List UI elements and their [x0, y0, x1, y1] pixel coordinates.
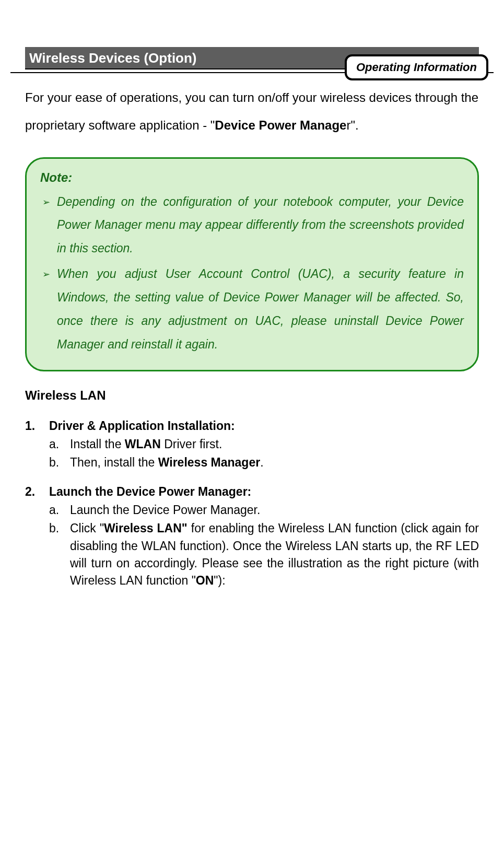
step-1: Driver & Application Installation: Insta… — [25, 417, 479, 472]
t: Wireless Manager — [158, 456, 260, 469]
t: . — [260, 456, 263, 469]
t: Click " — [70, 521, 104, 535]
substep: Install the WLAN Driver first. — [49, 436, 479, 453]
t: Launch the Device Power Manager. — [70, 503, 260, 517]
t: WLAN — [125, 437, 161, 451]
intro-bold: Device Power Manage — [215, 118, 346, 132]
step-1-substeps: Install the WLAN Driver first. Then, ins… — [25, 436, 479, 472]
subheading-wireless-lan: Wireless LAN — [25, 388, 479, 403]
triangle-bullet-icon: ➢ — [42, 190, 57, 261]
triangle-bullet-icon: ➢ — [42, 262, 57, 356]
step-title: Launch the Device Power Manager: — [49, 483, 251, 500]
step-2-substeps: Launch the Device Power Manager. Click "… — [25, 502, 479, 590]
substep: Then, install the Wireless Manager. — [49, 454, 479, 471]
page: Operating Information Wireless Devices (… — [0, 47, 504, 851]
illustration-placeholder — [25, 601, 479, 831]
t: Wireless LAN" — [104, 521, 187, 535]
note-text: When you adjust User Account Control (UA… — [57, 262, 464, 356]
step-2: Launch the Device Power Manager: Launch … — [25, 483, 479, 590]
note-item: ➢ Depending on the configuration of your… — [42, 190, 464, 261]
step-title: Driver & Application Installation: — [49, 417, 235, 435]
intro-post: r". — [346, 118, 358, 132]
t: Then, install the — [70, 456, 158, 469]
substep: Click "Wireless LAN" for enabling the Wi… — [49, 520, 479, 589]
substep: Launch the Device Power Manager. — [49, 502, 479, 519]
note-list: ➢ Depending on the configuration of your… — [40, 190, 464, 356]
intro-paragraph: For your ease of operations, you can tur… — [25, 84, 479, 139]
t: "): — [214, 574, 225, 587]
note-item: ➢ When you adjust User Account Control (… — [42, 262, 464, 356]
t: Install the — [70, 437, 125, 451]
note-text: Depending on the configuration of your n… — [57, 190, 464, 261]
note-box: Note: ➢ Depending on the configuration o… — [25, 157, 479, 371]
note-label: Note: — [40, 170, 464, 185]
t: Driver first. — [161, 437, 222, 451]
header-badge: Operating Information — [345, 54, 488, 80]
t: ON — [196, 574, 214, 587]
ordered-steps: Driver & Application Installation: Insta… — [25, 417, 479, 590]
